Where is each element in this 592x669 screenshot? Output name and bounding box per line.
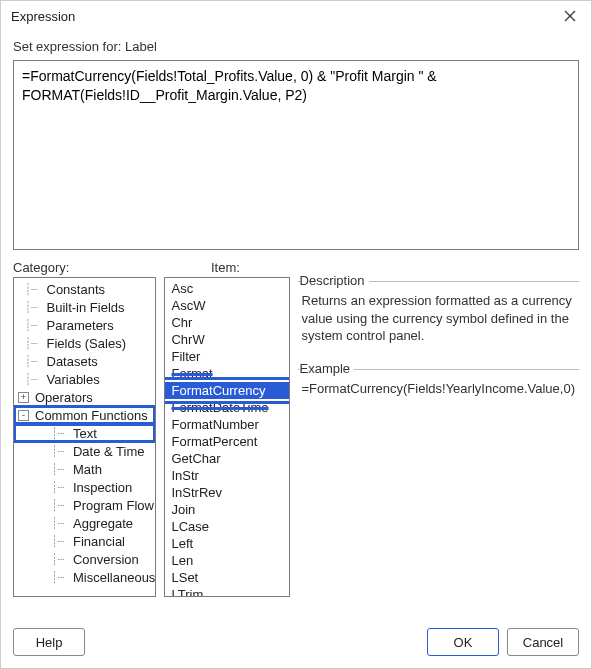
set-expression-for-label: Set expression for: Label [13, 39, 579, 54]
tree-item-label: Aggregate [71, 516, 133, 531]
footer: Help OK Cancel [1, 618, 591, 668]
tree-item-label: Fields (Sales) [45, 336, 126, 351]
panels-row: ┊┈ Constants ┊┈ Built-in Fields ┊┈ Param… [13, 277, 579, 597]
tree-item-parameters[interactable]: ┊┈ Parameters [14, 316, 155, 334]
help-button[interactable]: Help [13, 628, 85, 656]
description-legend: Description [300, 273, 369, 288]
category-label: Category: [13, 260, 211, 275]
tree-item-fields-sales-[interactable]: ┊┈ Fields (Sales) [14, 334, 155, 352]
tree-item-label: Date & Time [71, 444, 145, 459]
collapse-icon[interactable]: - [18, 410, 29, 421]
item-lset[interactable]: LSet [165, 569, 288, 586]
description-group: Description Returns an expression format… [298, 281, 579, 349]
category-tree[interactable]: ┊┈ Constants ┊┈ Built-in Fields ┊┈ Param… [13, 277, 156, 597]
panel-labels-row: Category: Item: [13, 260, 579, 275]
tree-item-text[interactable]: ┊┈ Text [14, 424, 155, 442]
tree-item-label: Datasets [45, 354, 98, 369]
tree-item-miscellaneous[interactable]: ┊┈ Miscellaneous [14, 568, 155, 586]
item-formatpercent[interactable]: FormatPercent [165, 433, 288, 450]
tree-item-aggregate[interactable]: ┊┈ Aggregate [14, 514, 155, 532]
tree-item-label: Miscellaneous [71, 570, 155, 585]
dialog-content: Set expression for: Label Category: Item… [1, 31, 591, 618]
tree-item-date-time[interactable]: ┊┈ Date & Time [14, 442, 155, 460]
tree-item-label: Built-in Fields [45, 300, 125, 315]
item-getchar[interactable]: GetChar [165, 450, 288, 467]
tree-item-label: Common Functions [33, 408, 148, 423]
expression-input[interactable] [13, 60, 579, 250]
item-format[interactable]: Format [165, 365, 288, 382]
tree-item-financial[interactable]: ┊┈ Financial [14, 532, 155, 550]
close-button[interactable] [557, 4, 583, 28]
tree-item-label: Parameters [45, 318, 114, 333]
ok-button[interactable]: OK [427, 628, 499, 656]
item-formatcurrency[interactable]: FormatCurrency [165, 382, 288, 399]
example-text: =FormatCurrency(Fields!YearlyIncome.Valu… [302, 380, 575, 398]
item-left[interactable]: Left [165, 535, 288, 552]
item-chrw[interactable]: ChrW [165, 331, 288, 348]
item-asc[interactable]: Asc [165, 280, 288, 297]
tree-item-label: Variables [45, 372, 100, 387]
item-ltrim[interactable]: LTrim [165, 586, 288, 597]
tree-item-inspection[interactable]: ┊┈ Inspection [14, 478, 155, 496]
tree-item-variables[interactable]: ┊┈ Variables [14, 370, 155, 388]
close-icon [564, 10, 576, 22]
item-lcase[interactable]: LCase [165, 518, 288, 535]
tree-item-label: Program Flow [71, 498, 154, 513]
item-chr[interactable]: Chr [165, 314, 288, 331]
tree-item-label: Text [71, 426, 97, 441]
description-text: Returns an expression formatted as a cur… [302, 292, 575, 345]
tree-item-label: Constants [45, 282, 106, 297]
tree-item-built-in-fields[interactable]: ┊┈ Built-in Fields [14, 298, 155, 316]
titlebar: Expression [1, 1, 591, 31]
tree-item-label: Inspection [71, 480, 132, 495]
item-filter[interactable]: Filter [165, 348, 288, 365]
item-formatnumber[interactable]: FormatNumber [165, 416, 288, 433]
tree-item-operators[interactable]: +Operators [14, 388, 155, 406]
item-instr[interactable]: InStr [165, 467, 288, 484]
item-ascw[interactable]: AscW [165, 297, 288, 314]
tree-item-label: Operators [33, 390, 93, 405]
tree-item-program-flow[interactable]: ┊┈ Program Flow [14, 496, 155, 514]
item-formatdatetime[interactable]: FormatDateTime [165, 399, 288, 416]
tree-item-label: Financial [71, 534, 125, 549]
tree-item-constants[interactable]: ┊┈ Constants [14, 280, 155, 298]
expand-icon[interactable]: + [18, 392, 29, 403]
example-group: Example =FormatCurrency(Fields!YearlyInc… [298, 369, 579, 402]
item-len[interactable]: Len [165, 552, 288, 569]
info-panel: Description Returns an expression format… [298, 277, 579, 597]
item-join[interactable]: Join [165, 501, 288, 518]
tree-item-common-functions[interactable]: -Common Functions [14, 406, 155, 424]
tree-item-label: Conversion [71, 552, 139, 567]
item-list[interactable]: AscAscWChrChrWFilterFormatFormatCurrency… [164, 277, 289, 597]
item-instrrev[interactable]: InStrRev [165, 484, 288, 501]
cancel-button[interactable]: Cancel [507, 628, 579, 656]
tree-item-datasets[interactable]: ┊┈ Datasets [14, 352, 155, 370]
tree-item-label: Math [71, 462, 102, 477]
tree-item-conversion[interactable]: ┊┈ Conversion [14, 550, 155, 568]
window-title: Expression [11, 9, 75, 24]
example-legend: Example [300, 361, 355, 376]
tree-item-math[interactable]: ┊┈ Math [14, 460, 155, 478]
